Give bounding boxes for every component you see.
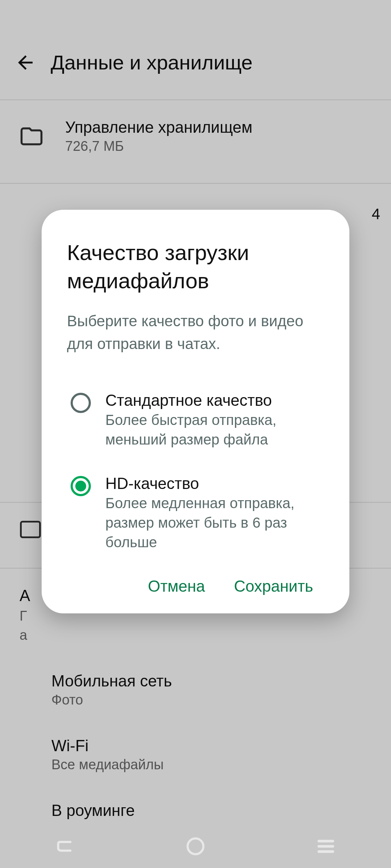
dialog-subtitle: Выберите качество фото и видео для отпра…: [67, 310, 324, 355]
radio-unchecked-icon: [71, 393, 91, 413]
option2-desc: Более медленная отправка, размер может б…: [105, 493, 324, 552]
nav-home-icon[interactable]: [185, 836, 206, 857]
hd-quality-option[interactable]: HD-качество Более медленная отправка, ра…: [67, 475, 324, 552]
option1-desc: Более быстрая отправка, меньший размер ф…: [105, 410, 324, 449]
radio-checked-icon: [71, 476, 91, 496]
media-quality-dialog: Качество загрузки медиафайлов Выберите к…: [42, 210, 349, 613]
save-button[interactable]: Сохранить: [234, 577, 313, 595]
dialog-title: Качество загрузки медиафайлов: [67, 239, 324, 295]
nav-back-icon[interactable]: [55, 836, 76, 857]
standard-quality-option[interactable]: Стандартное качество Более быстрая отпра…: [67, 391, 324, 449]
svg-point-5: [188, 838, 203, 854]
option1-title: Стандартное качество: [105, 391, 324, 409]
dialog-actions: Отмена Сохранить: [67, 577, 324, 595]
navigation-bar: [0, 825, 391, 868]
nav-recent-icon[interactable]: [315, 836, 336, 857]
option2-title: HD-качество: [105, 475, 324, 493]
cancel-button[interactable]: Отмена: [148, 577, 205, 595]
